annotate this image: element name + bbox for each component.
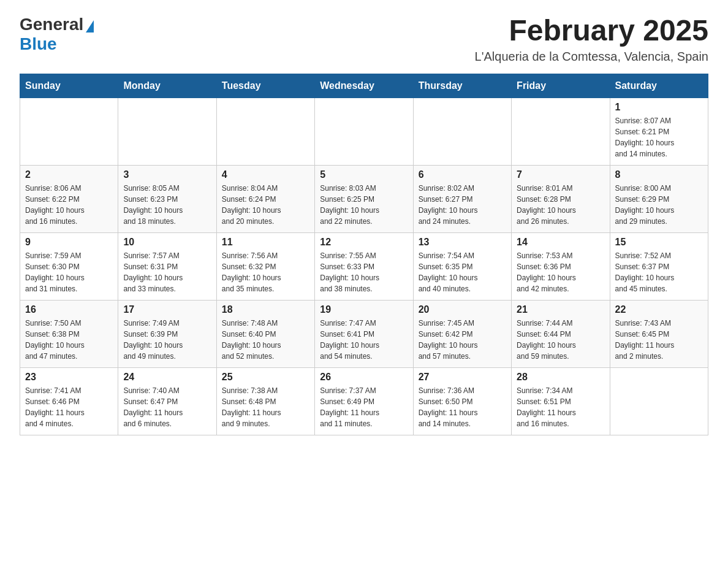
calendar-cell: 12Sunrise: 7:55 AM Sunset: 6:33 PM Dayli…: [315, 232, 413, 300]
calendar-cell: 5Sunrise: 8:03 AM Sunset: 6:25 PM Daylig…: [315, 165, 413, 232]
calendar-cell: [20, 98, 118, 165]
day-info: Sunrise: 8:02 AM Sunset: 6:27 PM Dayligh…: [419, 183, 506, 227]
logo-general-text: General: [20, 15, 83, 34]
calendar-cell: 20Sunrise: 7:45 AM Sunset: 6:42 PM Dayli…: [413, 300, 511, 367]
day-number: 19: [320, 304, 408, 315]
day-number: 12: [320, 237, 408, 248]
calendar-table: Sunday Monday Tuesday Wednesday Thursday…: [20, 74, 708, 435]
day-number: 22: [615, 304, 703, 315]
calendar-cell: [512, 98, 610, 165]
calendar-cell: 1Sunrise: 8:07 AM Sunset: 6:21 PM Daylig…: [610, 98, 708, 165]
day-number: 23: [25, 372, 113, 383]
day-number: 9: [25, 237, 113, 248]
col-wednesday: Wednesday: [315, 74, 413, 98]
day-info: Sunrise: 8:01 AM Sunset: 6:28 PM Dayligh…: [517, 183, 604, 227]
day-info: Sunrise: 7:38 AM Sunset: 6:48 PM Dayligh…: [222, 385, 309, 429]
day-info: Sunrise: 8:05 AM Sunset: 6:23 PM Dayligh…: [123, 183, 211, 227]
week-row-5: 23Sunrise: 7:41 AM Sunset: 6:46 PM Dayli…: [20, 367, 708, 435]
day-info: Sunrise: 7:43 AM Sunset: 6:45 PM Dayligh…: [615, 318, 703, 362]
day-number: 15: [615, 237, 703, 248]
week-row-4: 16Sunrise: 7:50 AM Sunset: 6:38 PM Dayli…: [20, 300, 708, 367]
day-number: 13: [419, 237, 506, 248]
day-info: Sunrise: 7:59 AM Sunset: 6:30 PM Dayligh…: [25, 250, 113, 294]
day-number: 3: [123, 169, 211, 180]
calendar-cell: 16Sunrise: 7:50 AM Sunset: 6:38 PM Dayli…: [20, 300, 118, 367]
calendar-cell: [216, 98, 314, 165]
day-info: Sunrise: 8:06 AM Sunset: 6:22 PM Dayligh…: [25, 183, 113, 227]
calendar-cell: 14Sunrise: 7:53 AM Sunset: 6:36 PM Dayli…: [512, 232, 610, 300]
calendar-cell: 23Sunrise: 7:41 AM Sunset: 6:46 PM Dayli…: [20, 367, 118, 435]
page-header: General Blue February 2025 L'Alqueria de…: [20, 15, 708, 64]
day-info: Sunrise: 7:36 AM Sunset: 6:50 PM Dayligh…: [419, 385, 506, 429]
calendar-cell: 25Sunrise: 7:38 AM Sunset: 6:48 PM Dayli…: [216, 367, 314, 435]
day-number: 5: [320, 169, 408, 180]
calendar-cell: 22Sunrise: 7:43 AM Sunset: 6:45 PM Dayli…: [610, 300, 708, 367]
logo: General Blue: [20, 15, 94, 54]
calendar-cell: 3Sunrise: 8:05 AM Sunset: 6:23 PM Daylig…: [118, 165, 216, 232]
day-info: Sunrise: 8:04 AM Sunset: 6:24 PM Dayligh…: [222, 183, 309, 227]
day-number: 26: [320, 372, 408, 383]
day-info: Sunrise: 8:07 AM Sunset: 6:21 PM Dayligh…: [615, 115, 703, 159]
day-info: Sunrise: 7:54 AM Sunset: 6:35 PM Dayligh…: [419, 250, 506, 294]
day-info: Sunrise: 7:57 AM Sunset: 6:31 PM Dayligh…: [123, 250, 211, 294]
title-area: February 2025 L'Alqueria de la Comtessa,…: [475, 15, 708, 64]
day-number: 21: [517, 304, 604, 315]
day-number: 24: [123, 372, 211, 383]
week-row-3: 9Sunrise: 7:59 AM Sunset: 6:30 PM Daylig…: [20, 232, 708, 300]
day-number: 2: [25, 169, 113, 180]
calendar-cell: [413, 98, 511, 165]
day-number: 17: [123, 304, 211, 315]
day-number: 14: [517, 237, 604, 248]
calendar-cell: 4Sunrise: 8:04 AM Sunset: 6:24 PM Daylig…: [216, 165, 314, 232]
day-number: 16: [25, 304, 113, 315]
week-row-1: 1Sunrise: 8:07 AM Sunset: 6:21 PM Daylig…: [20, 98, 708, 165]
day-info: Sunrise: 7:56 AM Sunset: 6:32 PM Dayligh…: [222, 250, 309, 294]
calendar-cell: 18Sunrise: 7:48 AM Sunset: 6:40 PM Dayli…: [216, 300, 314, 367]
location-title: L'Alqueria de la Comtessa, Valencia, Spa…: [475, 50, 708, 64]
calendar-cell: [315, 98, 413, 165]
day-info: Sunrise: 7:44 AM Sunset: 6:44 PM Dayligh…: [517, 318, 604, 362]
calendar-cell: 19Sunrise: 7:47 AM Sunset: 6:41 PM Dayli…: [315, 300, 413, 367]
calendar-cell: [118, 98, 216, 165]
day-info: Sunrise: 7:41 AM Sunset: 6:46 PM Dayligh…: [25, 385, 113, 429]
day-info: Sunrise: 8:00 AM Sunset: 6:29 PM Dayligh…: [615, 183, 703, 227]
col-tuesday: Tuesday: [216, 74, 314, 98]
day-number: 18: [222, 304, 309, 315]
day-number: 27: [419, 372, 506, 383]
col-friday: Friday: [512, 74, 610, 98]
calendar-cell: 11Sunrise: 7:56 AM Sunset: 6:32 PM Dayli…: [216, 232, 314, 300]
calendar-cell: 17Sunrise: 7:49 AM Sunset: 6:39 PM Dayli…: [118, 300, 216, 367]
calendar-cell: 15Sunrise: 7:52 AM Sunset: 6:37 PM Dayli…: [610, 232, 708, 300]
calendar-cell: 9Sunrise: 7:59 AM Sunset: 6:30 PM Daylig…: [20, 232, 118, 300]
day-info: Sunrise: 7:55 AM Sunset: 6:33 PM Dayligh…: [320, 250, 408, 294]
day-number: 20: [419, 304, 506, 315]
calendar-cell: 24Sunrise: 7:40 AM Sunset: 6:47 PM Dayli…: [118, 367, 216, 435]
calendar-cell: 2Sunrise: 8:06 AM Sunset: 6:22 PM Daylig…: [20, 165, 118, 232]
calendar-cell: 27Sunrise: 7:36 AM Sunset: 6:50 PM Dayli…: [413, 367, 511, 435]
logo-blue-text: Blue: [20, 34, 57, 54]
calendar-cell: 6Sunrise: 8:02 AM Sunset: 6:27 PM Daylig…: [413, 165, 511, 232]
day-info: Sunrise: 7:47 AM Sunset: 6:41 PM Dayligh…: [320, 318, 408, 362]
day-number: 28: [517, 372, 604, 383]
col-monday: Monday: [118, 74, 216, 98]
day-info: Sunrise: 7:53 AM Sunset: 6:36 PM Dayligh…: [517, 250, 604, 294]
calendar-cell: 21Sunrise: 7:44 AM Sunset: 6:44 PM Dayli…: [512, 300, 610, 367]
calendar-cell: 13Sunrise: 7:54 AM Sunset: 6:35 PM Dayli…: [413, 232, 511, 300]
day-info: Sunrise: 7:34 AM Sunset: 6:51 PM Dayligh…: [517, 385, 604, 429]
day-info: Sunrise: 7:40 AM Sunset: 6:47 PM Dayligh…: [123, 385, 211, 429]
day-number: 6: [419, 169, 506, 180]
day-info: Sunrise: 7:37 AM Sunset: 6:49 PM Dayligh…: [320, 385, 408, 429]
week-row-2: 2Sunrise: 8:06 AM Sunset: 6:22 PM Daylig…: [20, 165, 708, 232]
day-number: 10: [123, 237, 211, 248]
day-number: 11: [222, 237, 309, 248]
day-number: 7: [517, 169, 604, 180]
calendar-header-row: Sunday Monday Tuesday Wednesday Thursday…: [20, 74, 708, 98]
month-title: February 2025: [475, 15, 708, 47]
day-number: 4: [222, 169, 309, 180]
day-info: Sunrise: 8:03 AM Sunset: 6:25 PM Dayligh…: [320, 183, 408, 227]
day-info: Sunrise: 7:50 AM Sunset: 6:38 PM Dayligh…: [25, 318, 113, 362]
calendar-cell: 28Sunrise: 7:34 AM Sunset: 6:51 PM Dayli…: [512, 367, 610, 435]
calendar-cell: [610, 367, 708, 435]
day-info: Sunrise: 7:45 AM Sunset: 6:42 PM Dayligh…: [419, 318, 506, 362]
day-info: Sunrise: 7:49 AM Sunset: 6:39 PM Dayligh…: [123, 318, 211, 362]
